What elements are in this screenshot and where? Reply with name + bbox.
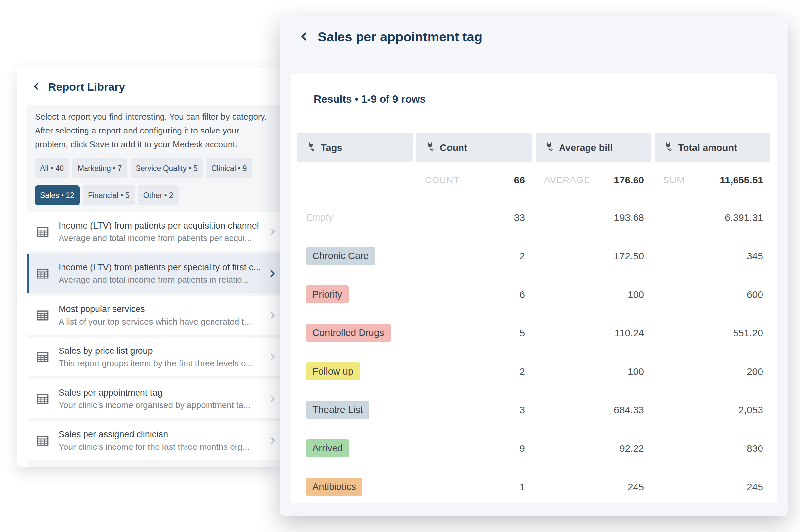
table-row: Empty 33 193.68 6,391.31: [297, 198, 770, 237]
tag-badge: Arrived: [306, 439, 349, 457]
tag-badge: Empty: [306, 208, 339, 227]
report-row-text: Sales by price list group This report gr…: [59, 346, 253, 368]
panel-title: Report Library: [48, 80, 125, 93]
table-row: Chronic Care 2 172.50 345: [297, 237, 770, 275]
chevron-left-icon: [299, 31, 310, 43]
count-cell: 6: [416, 289, 532, 300]
summary-label: COUNT: [425, 175, 460, 186]
description-line: After selecting a report and configuring…: [35, 124, 280, 137]
report-row-text: Sales per appointment tag Your clinic's …: [59, 388, 251, 410]
count-cell: 9: [416, 443, 532, 454]
tag-badge: Priority: [306, 285, 349, 303]
plug-icon: [544, 142, 554, 154]
average-bill-cell: 193.68: [536, 212, 651, 223]
table-icon: [36, 392, 50, 406]
report-row-text: Sales per assigned clinician Your clinic…: [59, 430, 250, 452]
report-title: Most popular services: [59, 304, 251, 314]
filter-chip-all[interactable]: All • 40: [35, 158, 69, 178]
chevron-right-icon: [268, 436, 277, 445]
report-list: Income (LTV) from patients per acquisiti…: [27, 212, 280, 460]
plug-icon: [663, 142, 673, 154]
column-header-total-amount[interactable]: Total amount: [655, 133, 770, 162]
summary-row: COUNT 66 AVERAGE 176.60 SUM 11,655.51: [297, 162, 770, 198]
table-icon: [36, 350, 50, 364]
count-cell: 2: [416, 250, 532, 262]
filter-chip-clinical[interactable]: Clinical • 9: [206, 158, 252, 178]
report-row-most-popular-services[interactable]: Most popular services A list of your top…: [27, 296, 280, 335]
tag-badge: Antibiotics: [306, 478, 362, 496]
report-subtitle: Average and total income from patients i…: [59, 275, 261, 285]
report-subtitle: Average and total income from patients p…: [59, 233, 259, 243]
report-row-text: Most popular services A list of your top…: [59, 304, 251, 327]
tag-badge: Controlled Drugs: [306, 324, 391, 342]
back-button[interactable]: [299, 31, 310, 43]
report-row-income-per-acquisition-channel[interactable]: Income (LTV) from patients per acquisiti…: [27, 212, 280, 251]
report-library-panel: Report Library Select a report you find …: [17, 68, 280, 467]
total-amount-cell: 830: [655, 443, 770, 454]
total-amount-cell: 551.20: [655, 327, 770, 339]
average-bill-cell: 92.22: [536, 443, 651, 454]
report-title: Income (LTV) from patients per specialit…: [59, 262, 261, 272]
report-title: Sales per assigned clinician: [59, 430, 250, 440]
report-row-sales-per-assigned-clinician[interactable]: Sales per assigned clinician Your clinic…: [27, 421, 280, 460]
report-library-header: Report Library: [17, 68, 280, 93]
count-cell: 5: [416, 327, 532, 339]
table-row: Antibiotics 1 245 245: [297, 468, 770, 503]
report-library-body: Select a report you find interesting. Yo…: [27, 104, 280, 467]
column-label: Total amount: [678, 142, 737, 153]
description-line: problem, click Save to add it to your Me…: [35, 137, 280, 151]
summary-value: 176.60: [614, 175, 644, 186]
tag-badge: Theatre List: [306, 401, 369, 419]
plug-icon: [306, 142, 316, 154]
average-bill-cell: 100: [536, 366, 651, 377]
chevron-right-icon: [268, 228, 277, 236]
report-row-income-per-speciality[interactable]: Income (LTV) from patients per specialit…: [27, 254, 280, 293]
report-subtitle: Your clinic's income organised by appoin…: [59, 400, 251, 410]
summary-cell-sum: SUM 11,655.51: [655, 175, 770, 186]
summary-cell-average: AVERAGE 176.60: [536, 175, 651, 186]
total-amount-cell: 600: [655, 289, 770, 300]
filter-chip-marketing[interactable]: Marketing • 7: [72, 158, 127, 178]
chevron-right-icon: [268, 353, 277, 361]
total-amount-cell: 245: [655, 481, 770, 493]
table-row: Follow up 2 100 200: [297, 352, 770, 391]
report-row-sales-by-price-list-group[interactable]: Sales by price list group This report gr…: [27, 338, 280, 377]
results-header: Results • 1-9 of 9 rows: [297, 74, 770, 133]
filter-chip-service-quality[interactable]: Service Quality • 5: [131, 158, 203, 178]
total-amount-cell: 200: [655, 366, 770, 377]
filter-chip-sales[interactable]: Sales • 12: [35, 186, 80, 205]
report-row-text: Income (LTV) from patients per acquisiti…: [59, 221, 259, 243]
description-line: Select a report you find interesting. Yo…: [35, 110, 280, 124]
table-icon: [36, 225, 50, 239]
average-bill-cell: 100: [536, 289, 651, 300]
table-row: Controlled Drugs 5 110.24 551.20: [297, 314, 770, 352]
count-cell: 3: [416, 404, 532, 416]
tag-badge: Chronic Care: [306, 247, 375, 265]
report-title: Income (LTV) from patients per acquisiti…: [59, 221, 259, 231]
tag-badge: Follow up: [306, 362, 360, 380]
back-button[interactable]: [32, 81, 41, 93]
column-header-count[interactable]: Count: [416, 133, 532, 162]
table-row: Priority 6 100 600: [297, 275, 770, 314]
report-subtitle: Your clinic's income for the last three …: [59, 442, 250, 452]
count-cell: 33: [416, 212, 532, 223]
average-bill-cell: 110.24: [536, 327, 651, 339]
total-amount-cell: 345: [655, 250, 770, 262]
report-row-sales-per-appointment-tag[interactable]: Sales per appointment tag Your clinic's …: [27, 379, 280, 418]
summary-value: 66: [514, 175, 525, 186]
filter-chip-financial[interactable]: Financial • 5: [83, 186, 135, 205]
chevron-right-icon: [268, 395, 277, 403]
summary-label: SUM: [663, 175, 685, 186]
table-icon: [36, 308, 50, 323]
sales-per-appointment-tag-panel: Sales per appointment tag Results • 1-9 …: [280, 16, 788, 516]
column-header-tags[interactable]: Tags: [297, 133, 413, 162]
count-cell: 2: [416, 366, 532, 377]
table-row: Arrived 9 92.22 830: [297, 429, 770, 468]
total-amount-cell: 2,053: [655, 404, 770, 416]
chevron-right-icon: [268, 311, 277, 320]
filter-chip-other[interactable]: Other • 2: [138, 186, 179, 205]
table-row: Theatre List 3 684.33 2,053: [297, 391, 770, 429]
table-icon: [36, 266, 50, 281]
column-header-average-bill[interactable]: Average bill: [536, 133, 651, 162]
column-label: Count: [440, 142, 467, 153]
